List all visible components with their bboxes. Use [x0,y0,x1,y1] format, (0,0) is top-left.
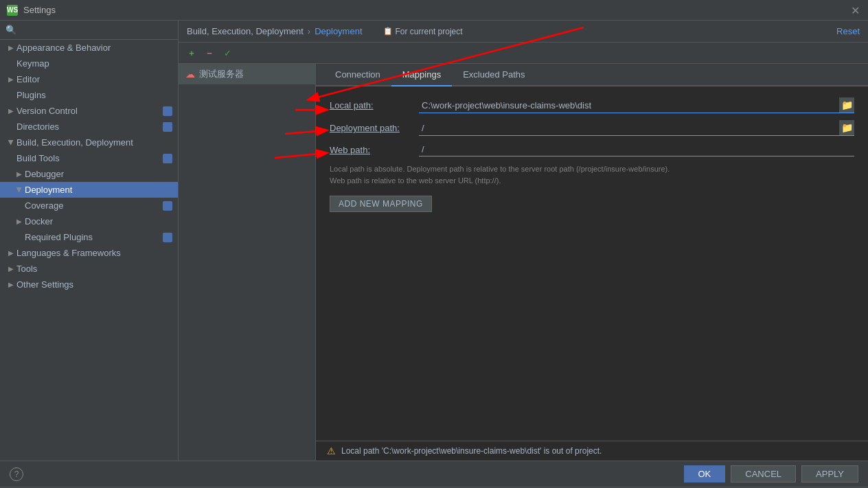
sidebar-item-label: Required Plugins [25,232,93,242]
sidebar-item-label: Build Tools [16,153,60,163]
cancel-button[interactable]: CANCEL [731,465,796,483]
form-area: Local path: 📁 Deployment path: 📁 [316,86,868,441]
web-path-label: Web path: [330,145,419,155]
badge [163,233,172,242]
server-icon: ☁ [185,69,195,80]
remove-server-button[interactable]: − [202,45,217,60]
deployment-path-label: Deployment path: [330,123,419,133]
right-panel: Connection Mappings Excluded Paths Local… [316,64,868,461]
action-right: OK CANCEL APPLY [684,465,859,483]
web-path-input[interactable] [419,143,854,156]
deployment-path-browse-button[interactable]: 📁 [839,120,854,135]
deployment-path-input[interactable] [419,121,839,135]
project-icon: 📋 [383,27,393,36]
breadcrumb-part2: Deployment [315,26,362,36]
check-server-button[interactable]: ✓ [220,45,235,60]
action-left: ? [10,467,23,481]
main-layout: 🔍 ▶ Appearance & Behavior Keymap ▶ Edito… [0,21,868,461]
server-toolbar: + − ✓ [179,43,868,64]
sidebar-item-directories[interactable]: Directories [0,119,178,135]
sidebar-item-label: Tools [16,264,37,274]
tab-mappings[interactable]: Mappings [391,64,452,86]
badge [163,201,172,211]
sidebar: 🔍 ▶ Appearance & Behavior Keymap ▶ Edito… [0,21,179,461]
sidebar-item-editor[interactable]: ▶ Editor [0,71,178,87]
warning-bar: ⚠ Local path 'C:\work-project\web\insure… [316,441,868,461]
sidebar-item-build-execution[interactable]: ▶ Build, Execution, Deployment [0,135,178,150]
sidebar-item-label: Keymap [16,58,49,69]
local-path-label: Local path: [330,100,419,111]
badge [163,106,172,116]
search-icon: 🔍 [5,25,16,35]
add-server-button[interactable]: + [184,45,199,60]
arrow-icon: ▶ [16,218,22,225]
deployment-path-input-wrap: 📁 [419,120,854,136]
sidebar-item-label: Build, Execution, Deployment [16,137,133,148]
sidebar-item-languages[interactable]: ▶ Languages & Frameworks [0,245,178,261]
warning-text: Local path 'C:\work-project\web\insure-c… [341,446,602,456]
sidebar-item-docker[interactable]: ▶ Docker [0,213,178,229]
local-path-input[interactable] [419,99,839,112]
sidebar-item-label: Languages & Frameworks [16,248,121,258]
sidebar-item-label: Deployment [25,185,72,195]
tab-excluded-paths[interactable]: Excluded Paths [452,64,536,86]
sidebar-item-appearance[interactable]: ▶ Appearance & Behavior [0,40,178,56]
arrow-icon: ▶ [8,107,14,115]
sidebar-item-other-settings[interactable]: ▶ Other Settings [0,277,178,292]
sidebar-item-deployment[interactable]: ▶ Deployment [0,182,178,198]
arrow-icon: ▶ [8,44,14,51]
tabs-bar: Connection Mappings Excluded Paths [316,64,868,86]
warning-icon: ⚠ [327,445,336,456]
apply-button[interactable]: APPLY [801,465,858,483]
breadcrumb-part1: Build, Execution, Deployment [187,26,304,36]
sidebar-item-label: Appearance & Behavior [16,43,111,53]
sidebar-item-keymap[interactable]: Keymap [0,56,178,71]
badge [163,154,172,163]
arrow-expanded-icon: ▶ [16,187,23,193]
tab-connection[interactable]: Connection [324,64,391,86]
sidebar-item-label: Editor [16,74,40,84]
server-list-item[interactable]: ☁ 测试服务器 [179,64,315,84]
content-header: Build, Execution, Deployment › Deploymen… [179,21,868,43]
reset-button[interactable]: Reset [836,26,860,36]
arrow-icon: ▶ [8,265,14,272]
local-path-input-wrap: 📁 [419,97,854,113]
sidebar-item-debugger[interactable]: ▶ Debugger [0,166,178,182]
add-mapping-button[interactable]: ADD NEW MAPPING [330,196,432,212]
sidebar-item-label: Version Control [16,106,78,116]
sidebar-item-tools[interactable]: ▶ Tools [0,261,178,277]
server-list: ☁ 测试服务器 [179,64,316,461]
sidebar-item-label: Coverage [25,200,63,211]
sidebar-item-plugins[interactable]: Plugins [0,87,178,103]
search-input[interactable] [21,25,172,35]
arrow-icon: ▶ [8,75,14,83]
sidebar-item-label: Plugins [16,90,46,100]
sidebar-item-label: Debugger [25,169,64,179]
web-path-input-wrap [419,143,854,156]
sidebar-item-label: Docker [25,216,53,226]
breadcrumb-separator: › [308,26,310,36]
breadcrumb: Build, Execution, Deployment › Deploymen… [187,26,463,36]
search-box: 🔍 [0,21,178,40]
content-area: Build, Execution, Deployment › Deploymen… [179,21,868,461]
close-button[interactable]: ✕ [851,3,860,16]
title-bar: WS Settings ✕ [0,0,868,21]
help-text-line2: Web path is relative to the web server U… [330,175,854,187]
local-path-browse-button[interactable]: 📁 [839,97,854,113]
sidebar-item-label: Other Settings [16,279,73,290]
app-icon: WS [7,5,18,16]
badge [163,122,172,132]
arrow-expanded-icon: ▶ [8,140,15,146]
web-path-row: Web path: [330,143,854,156]
arrow-icon: ▶ [8,249,14,257]
project-label: For current project [396,27,463,36]
badge [163,185,172,195]
deployment-path-row: Deployment path: 📁 [330,120,854,136]
ok-button[interactable]: OK [684,465,726,483]
sidebar-item-coverage[interactable]: Coverage [0,198,178,213]
sidebar-item-required-plugins[interactable]: Required Plugins [0,229,178,245]
content-split: ☁ 测试服务器 Connection Mappings Excluded Pat… [179,64,868,461]
sidebar-item-version-control[interactable]: ▶ Version Control [0,103,178,119]
help-button[interactable]: ? [10,467,23,481]
sidebar-item-build-tools[interactable]: Build Tools [0,150,178,166]
